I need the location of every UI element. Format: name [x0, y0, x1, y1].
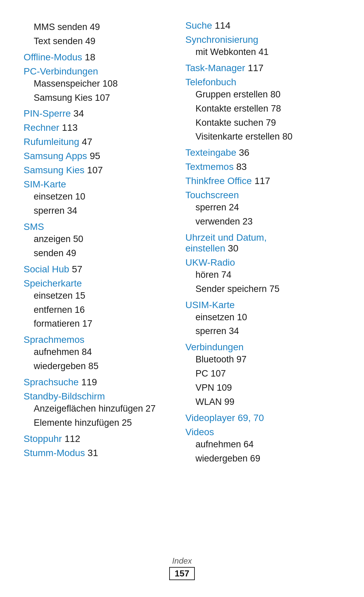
heading-text: Stumm-Modus: [24, 448, 88, 458]
sub-entry: wiedergeben 85: [24, 359, 172, 374]
heading-text: Verbindungen: [185, 342, 340, 353]
sub-entry: Visitenkarte erstellen 80: [185, 130, 340, 144]
index-entry: Sprachsuche 119: [24, 377, 172, 388]
index-entry: PC-VerbindungenMassenspeicher 108Samsung…: [24, 66, 172, 105]
heading-text: PC-Verbindungen: [24, 66, 172, 77]
sub-entry: formatieren 17: [24, 317, 172, 331]
index-entry: USIM-Karteeinsetzen 10sperren 34: [185, 300, 340, 339]
heading-number: 34: [73, 108, 84, 119]
heading-line: Samsung Apps 95: [24, 151, 172, 161]
heading-number: 18: [85, 52, 95, 62]
index-entry: Rufumleitung 47: [24, 137, 172, 147]
sub-entry: Text senden 49: [24, 34, 172, 49]
index-entry: SIM-Karteeinsetzen 10sperren 34: [24, 179, 172, 218]
heading-line: Stumm-Modus 31: [24, 448, 172, 458]
heading-line: Samsung Kies 107: [24, 165, 172, 176]
heading-number: 36: [239, 147, 249, 158]
index-entry: Textmemos 83: [185, 161, 340, 172]
heading-line: Suche 114: [185, 20, 340, 31]
heading-line: Social Hub 57: [24, 264, 172, 275]
index-entry: Rechner 113: [24, 122, 172, 133]
heading-text: Videos: [185, 427, 340, 438]
heading-text: SIM-Karte: [24, 179, 172, 190]
heading-line: Stoppuhr 112: [24, 434, 172, 444]
footer: Index 157: [0, 556, 364, 580]
heading-text-line1: Uhrzeit und Datum,: [185, 232, 267, 243]
sub-entry: MMS senden 49: [24, 20, 172, 34]
heading-number: 113: [62, 122, 78, 133]
heading-text: Speicherkarte: [24, 278, 172, 289]
index-entry: VerbindungenBluetooth 97PC 107VPN 109WLA…: [185, 342, 340, 409]
sub-entry: verwenden 23: [185, 215, 340, 229]
heading-number: 117: [248, 63, 264, 73]
heading-line: Task-Manager 117: [185, 63, 340, 73]
index-entry: Samsung Apps 95: [24, 151, 172, 161]
heading-text: Samsung Apps: [24, 151, 90, 161]
heading-text: Texteingabe: [185, 147, 239, 158]
heading-text: Social Hub: [24, 264, 72, 274]
sub-entry: Elemente hinzufügen 25: [24, 416, 172, 430]
heading-text: Synchronisierung: [185, 34, 340, 45]
heading-number: 107: [87, 165, 103, 175]
heading-number: 31: [88, 448, 98, 458]
index-entry: SMSanzeigen 50senden 49: [24, 221, 172, 261]
heading-number: 83: [236, 161, 247, 172]
heading-line2: einstellen 30: [185, 243, 340, 254]
heading-text: UKW-Radio: [185, 257, 340, 268]
sub-entry: senden 49: [24, 246, 172, 261]
heading-text: Offline-Modus: [24, 52, 85, 62]
column-left: MMS senden 49Text senden 49Offline-Modus…: [24, 20, 182, 469]
sub-entry: Bluetooth 97: [185, 353, 340, 367]
sub-entry: aufnehmen 84: [24, 345, 172, 359]
index-entry: Standby-BildschirmAnzeigeflächen hinzufü…: [24, 391, 172, 430]
page-content: MMS senden 49Text senden 49Offline-Modus…: [0, 0, 364, 503]
heading-text: Suche: [185, 20, 215, 31]
heading-number: 47: [82, 137, 92, 147]
heading-line: Sprachsuche 119: [24, 377, 172, 388]
heading-line: Rufumleitung 47: [24, 137, 172, 147]
sub-entry: aufnehmen 64: [185, 438, 340, 452]
index-entry: Videoplayer 69, 70: [185, 413, 340, 423]
sub-entry: entfernen 16: [24, 303, 172, 317]
index-entry: UKW-Radiohören 74Sender speichern 75: [185, 257, 340, 296]
index-entry: MMS senden 49Text senden 49: [24, 20, 172, 49]
heading-text: Samsung Kies: [24, 165, 87, 175]
heading-line: Textmemos 83: [185, 161, 340, 172]
index-entry: Touchscreensperren 24verwenden 23: [185, 190, 340, 229]
index-entry: TelefonbuchGruppen erstellen 80Kontakte …: [185, 77, 340, 144]
index-entry: PIN-Sperre 34: [24, 108, 172, 119]
heading-text: Standby-Bildschirm: [24, 391, 172, 402]
sub-entry: Kontakte suchen 79: [185, 116, 340, 130]
sub-entry: Gruppen erstellen 80: [185, 88, 340, 102]
sub-entry: Anzeigeflächen hinzufügen 27: [24, 402, 172, 416]
heading-number: 57: [72, 264, 82, 274]
heading-number: 112: [64, 434, 80, 444]
footer-label: Index: [0, 556, 364, 566]
index-entry: Sprachmemosaufnehmen 84wiedergeben 85: [24, 334, 172, 374]
heading-text-line2: einstellen: [185, 243, 228, 253]
sub-entry: sperren 24: [185, 201, 340, 215]
index-entry: Thinkfree Office 117: [185, 176, 340, 186]
index-entry: Speicherkarteeinsetzen 15entfernen 16for…: [24, 278, 172, 331]
heading-text: Textmemos: [185, 161, 236, 172]
sub-entry: anzeigen 50: [24, 232, 172, 246]
sub-entry: PC 107: [185, 367, 340, 381]
sub-entry: wiedergeben 69: [185, 452, 340, 466]
heading-line: Texteingabe 36: [185, 147, 340, 158]
heading-line: Videoplayer 69, 70: [185, 413, 340, 423]
column-right: Suche 114Synchronisierungmit Webkonten 4…: [182, 20, 340, 469]
footer-page: 157: [169, 567, 194, 580]
index-entry: Task-Manager 117: [185, 63, 340, 73]
heading-line: Thinkfree Office 117: [185, 176, 340, 186]
index-entry: Social Hub 57: [24, 264, 172, 275]
sub-entry: Sender speichern 75: [185, 282, 340, 296]
heading-number: 117: [254, 176, 270, 186]
index-entry: Synchronisierungmit Webkonten 41: [185, 34, 340, 59]
heading-text: USIM-Karte: [185, 300, 340, 310]
index-entry: Stoppuhr 112: [24, 434, 172, 444]
sub-entry: Massenspeicher 108: [24, 77, 172, 91]
heading-text: Videoplayer: [185, 413, 238, 423]
index-entry: Samsung Kies 107: [24, 165, 172, 176]
sub-entry: sperren 34: [185, 324, 340, 338]
heading-number: 30: [228, 243, 238, 253]
